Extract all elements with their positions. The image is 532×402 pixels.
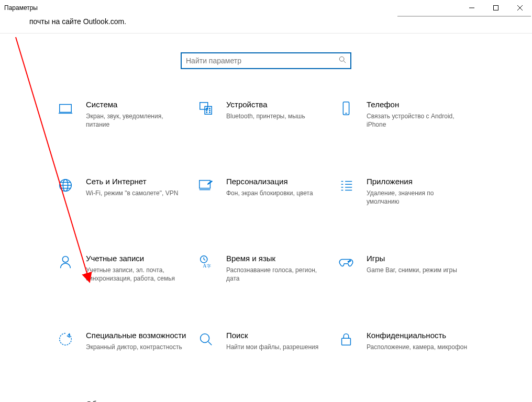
- item-desc: Фон, экран блокировки, цвета: [226, 189, 328, 198]
- item-apps[interactable]: Приложения Удаление, значения по умолчан…: [338, 176, 479, 206]
- maximize-button[interactable]: [484, 0, 508, 16]
- item-title: Система: [86, 99, 187, 110]
- item-title: Обновление и безопасность: [86, 399, 187, 402]
- item-update-security[interactable]: Обновление и безопасность Обновления Win…: [58, 399, 198, 402]
- item-title: Телефон: [367, 99, 468, 110]
- item-desc: Найти мои файлы, разрешения: [226, 343, 328, 352]
- search-input[interactable]: [186, 57, 339, 65]
- item-title: Время и язык: [226, 253, 328, 264]
- time-language-icon: A字: [198, 254, 214, 272]
- item-desc: Game Bar, снимки, режим игры: [367, 266, 468, 275]
- item-title: Специальные возможности: [86, 330, 187, 341]
- svg-text:字: 字: [207, 264, 211, 269]
- item-title: Игры: [367, 253, 468, 264]
- header-divider: [0, 33, 532, 34]
- svg-point-39: [348, 261, 349, 262]
- svg-rect-6: [60, 105, 72, 113]
- phone-icon: [338, 100, 354, 118]
- window-controls: [460, 0, 532, 16]
- item-title: Приложения: [367, 176, 468, 187]
- gaming-icon: [338, 254, 354, 272]
- item-desc: Удаление, значения по умолчанию: [367, 189, 468, 207]
- item-search[interactable]: Поиск Найти мои файлы, разрешения: [198, 330, 338, 351]
- item-desc: Учетные записи, эл. почта, синхронизация…: [86, 266, 187, 284]
- svg-point-13: [209, 110, 210, 111]
- accounts-icon: [58, 254, 73, 272]
- window-title: Параметры: [4, 4, 460, 12]
- svg-point-15: [209, 112, 210, 113]
- item-desc: Связать устройство с Android, iPhone: [367, 112, 468, 130]
- banner-subtext: почты на сайте Outlook.com.: [0, 17, 532, 26]
- item-system[interactable]: Система Экран, звук, уведомления, питани…: [58, 99, 198, 129]
- item-title: Персонализация: [226, 176, 328, 187]
- svg-point-33: [62, 256, 68, 262]
- search-icon: [339, 56, 346, 65]
- svg-point-10: [206, 108, 207, 109]
- svg-point-42: [201, 334, 209, 343]
- item-title: Сеть и Интернет: [86, 176, 187, 187]
- apps-icon: [338, 177, 354, 195]
- globe-icon: [58, 177, 73, 195]
- item-title: Учетные записи: [86, 253, 187, 264]
- item-privacy[interactable]: Конфиденциальность Расположение, камера,…: [338, 330, 479, 351]
- svg-point-14: [206, 112, 207, 113]
- privacy-icon: [338, 331, 354, 349]
- svg-marker-41: [68, 333, 71, 336]
- titlebar: Параметры: [0, 0, 532, 16]
- svg-point-4: [339, 57, 344, 61]
- item-title: Поиск: [226, 330, 328, 341]
- svg-rect-16: [343, 102, 349, 115]
- item-gaming[interactable]: Игры Game Bar, снимки, режим игры: [338, 253, 479, 283]
- minimize-button[interactable]: [460, 0, 484, 16]
- system-icon: [58, 100, 73, 118]
- item-accounts[interactable]: Учетные записи Учетные записи, эл. почта…: [58, 253, 198, 283]
- item-desc: Расположение, камера, микрофон: [367, 343, 468, 352]
- item-desc: Распознавание голоса, регион, дата: [226, 266, 328, 284]
- item-title: Конфиденциальность: [367, 330, 468, 341]
- item-network[interactable]: Сеть и Интернет Wi-Fi, режим "в самолете…: [58, 176, 198, 206]
- ease-of-access-icon: [58, 331, 73, 349]
- item-desc: Wi-Fi, режим "в самолете", VPN: [86, 189, 187, 198]
- update-icon: [58, 400, 73, 402]
- svg-line-43: [208, 342, 212, 345]
- svg-line-36: [204, 260, 205, 261]
- svg-point-40: [349, 260, 350, 261]
- devices-icon: [198, 100, 214, 118]
- personalization-icon: [198, 177, 214, 195]
- item-personalization[interactable]: Персонализация Фон, экран блокировки, цв…: [198, 176, 338, 206]
- item-time-language[interactable]: A字 Время и язык Распознавание голоса, ре…: [198, 253, 338, 283]
- close-button[interactable]: [508, 0, 532, 16]
- item-ease-of-access[interactable]: Специальные возможности Экранный диктор,…: [58, 330, 198, 351]
- scrollbar-horizontal[interactable]: [397, 16, 531, 17]
- item-title: Устройства: [226, 99, 328, 110]
- item-devices[interactable]: Устройства Bluetooth, принтеры, мышь: [198, 99, 338, 129]
- item-desc: Экранный диктор, контрастность: [86, 343, 187, 352]
- svg-point-11: [209, 108, 210, 109]
- item-phone[interactable]: Телефон Связать устройство с Android, iP…: [338, 99, 479, 129]
- svg-rect-1: [494, 6, 498, 10]
- settings-grid: Система Экран, звук, уведомления, питани…: [56, 99, 476, 402]
- svg-rect-9: [205, 106, 212, 114]
- svg-line-5: [343, 61, 346, 63]
- svg-point-12: [206, 110, 207, 111]
- search-category-icon: [198, 331, 214, 349]
- item-desc: Bluetooth, принтеры, мышь: [226, 112, 328, 121]
- item-desc: Экран, звук, уведомления, питание: [86, 112, 187, 130]
- svg-text:A: A: [203, 264, 206, 269]
- search-box[interactable]: [181, 52, 351, 69]
- svg-rect-44: [342, 338, 351, 345]
- search-container: [0, 52, 532, 69]
